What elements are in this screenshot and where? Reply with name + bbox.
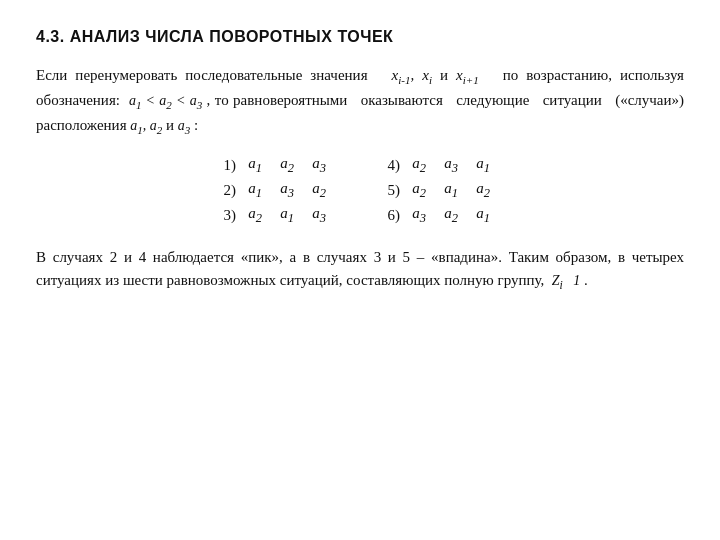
para1-vars2: a1, a2 (130, 118, 162, 133)
case-4-a3: a1 (472, 153, 504, 178)
para1-xi1: xi+1 (456, 67, 479, 83)
case-2-a3: a2 (308, 178, 340, 203)
case-6-a3: a1 (472, 203, 504, 228)
case-1-a2: a2 (276, 153, 308, 178)
case-4-a2: a3 (440, 153, 472, 178)
case-1-a3: a3 (308, 153, 340, 178)
case-2-num: 2) (216, 178, 244, 203)
case-5-a1: a2 (408, 178, 440, 203)
para1-a3: a3 (178, 118, 191, 133)
para2-end: . (580, 272, 588, 288)
case-2-a1: a1 (244, 178, 276, 203)
case-6-a1: a3 (408, 203, 440, 228)
case-6-a2: a2 (440, 203, 472, 228)
case-4-num: 4) (380, 153, 408, 178)
para1-and: и (432, 67, 456, 83)
case-4-a1: a2 (408, 153, 440, 178)
cases-table: 1) a1 a2 a3 4) a2 a3 a1 2) a1 a3 a2 5) a… (216, 153, 504, 228)
para1-colon: : (190, 117, 198, 133)
case-2-a2: a3 (276, 178, 308, 203)
case-5-num: 5) (380, 178, 408, 203)
case-3-a1: a2 (244, 203, 276, 228)
case-1-num: 1) (216, 153, 244, 178)
case-3-a2: a1 (276, 203, 308, 228)
para1-vars: xi-1, xi (392, 67, 432, 83)
paragraph-1: Если перенумеровать последовательные зна… (36, 64, 684, 139)
paragraph-2: В случаях 2 и 4 наблюдается «пик», а в с… (36, 246, 684, 295)
case-5-a3: a2 (472, 178, 504, 203)
para1-ineq: a1 < a2 < a3 (129, 93, 202, 108)
case-3-a3: a3 (308, 203, 340, 228)
para1-and2: и (162, 117, 178, 133)
case-5-a2: a1 (440, 178, 472, 203)
para1-intro: Если перенумеровать последовательные зна… (36, 67, 392, 83)
case-row-2: 2) a1 a3 a2 5) a2 a1 a2 (216, 178, 504, 203)
page: 4.3. АНАЛИЗ ЧИСЛА ПОВОРОТНЫХ ТОЧЕК Если … (0, 0, 720, 540)
case-row-1: 1) a1 a2 a3 4) a2 a3 a1 (216, 153, 504, 178)
section-title: 4.3. АНАЛИЗ ЧИСЛА ПОВОРОТНЫХ ТОЧЕК (36, 28, 684, 46)
case-6-num: 6) (380, 203, 408, 228)
zi-expression: Zi 1 (552, 273, 581, 288)
case-row-3: 3) a2 a1 a3 6) a3 a2 a1 (216, 203, 504, 228)
case-1-a1: a1 (244, 153, 276, 178)
case-3-num: 3) (216, 203, 244, 228)
